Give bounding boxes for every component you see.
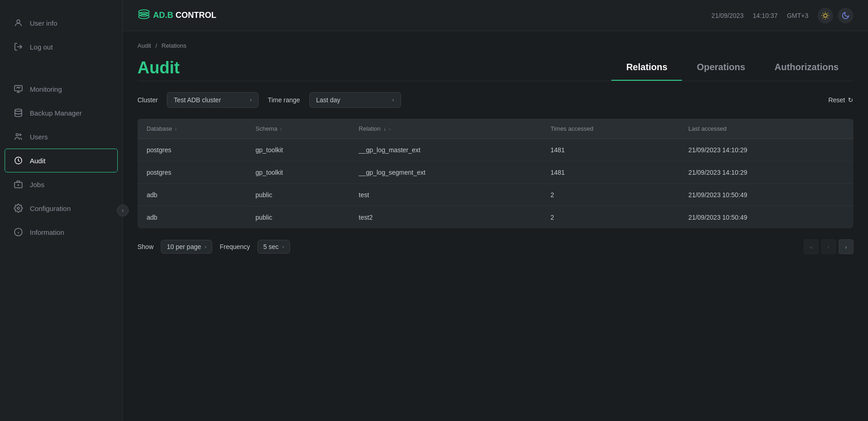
cell-database: postgres — [137, 161, 246, 184]
table-row: postgresgp_toolkit__gp_log_segment_ext14… — [137, 161, 853, 184]
per-page-chevron-icon: › — [205, 244, 207, 249]
jobs-icon — [13, 179, 23, 189]
show-label: Show — [137, 243, 154, 250]
pagination-nav: « ‹ › — [804, 239, 853, 254]
svg-point-17 — [824, 14, 827, 17]
reset-button[interactable]: Reset ↻ — [828, 96, 853, 104]
time-range-label: Time range — [268, 96, 300, 104]
pagination-prev-button[interactable]: ‹ — [821, 239, 836, 254]
topbar-timezone: GMT+3 — [787, 12, 808, 19]
frequency-label: Frequency — [220, 243, 250, 250]
topbar: AD.B CONTROL 21/09/2023 14:10:37 GMT+3 — [123, 0, 868, 31]
sidebar-item-audit[interactable]: Audit — [5, 149, 118, 172]
frequency-value: 5 sec — [264, 243, 279, 250]
cell-relation: __gp_log_master_ext — [350, 139, 541, 161]
cell-last_accessed: 21/09/2023 10:50:49 — [679, 206, 853, 229]
cell-schema: gp_toolkit — [246, 139, 349, 161]
pagination-row: Show 10 per page › Frequency 5 sec › « ‹… — [137, 239, 853, 254]
sidebar-label-monitoring: Monitoring — [30, 85, 62, 93]
frequency-chevron-icon: › — [282, 244, 284, 249]
tabs: Relations Operations Authorizations — [611, 58, 853, 81]
time-range-value: Last day — [316, 96, 341, 104]
tab-operations[interactable]: Operations — [682, 58, 760, 81]
relation-sort-icon[interactable]: ↓ — [384, 126, 386, 132]
cluster-value: Test ADB cluster — [174, 96, 221, 104]
sidebar-item-jobs[interactable]: Jobs — [0, 172, 122, 196]
users-icon — [13, 132, 23, 142]
table-body: postgresgp_toolkit__gp_log_master_ext148… — [137, 139, 853, 229]
theme-toggle-light[interactable] — [818, 8, 833, 23]
configuration-icon — [13, 203, 23, 213]
tab-authorizations[interactable]: Authorizations — [760, 58, 853, 81]
sidebar-label-logout: Log out — [30, 43, 53, 51]
table-row: postgresgp_toolkit__gp_log_master_ext148… — [137, 139, 853, 161]
tab-relations[interactable]: Relations — [611, 58, 682, 81]
col-times-accessed: Times accessed — [541, 119, 679, 139]
filters-row: Cluster Test ADB cluster › Time range La… — [137, 92, 853, 108]
content-area: Audit / Relations Audit Relations Operat… — [123, 31, 868, 421]
per-page-select[interactable]: 10 per page › — [161, 240, 212, 254]
svg-point-0 — [17, 20, 20, 23]
svg-line-20 — [823, 13, 823, 13]
sidebar-item-log-out[interactable]: Log out — [0, 35, 122, 59]
cell-last_accessed: 21/09/2023 10:50:49 — [679, 184, 853, 206]
pagination-next-button[interactable]: › — [839, 239, 853, 254]
sidebar-item-users[interactable]: Users — [0, 125, 122, 149]
per-page-value: 10 per page — [167, 243, 201, 250]
topbar-date: 21/09/2023 — [711, 12, 743, 19]
sidebar-item-monitoring[interactable]: Monitoring — [0, 77, 122, 101]
sidebar-item-user-info[interactable]: User info — [0, 11, 122, 35]
cell-database: adb — [137, 184, 246, 206]
relation-filter-icon[interactable]: › — [389, 126, 391, 132]
database-filter-icon[interactable]: › — [175, 126, 177, 132]
information-icon — [13, 227, 23, 237]
cell-database: postgres — [137, 139, 246, 161]
sidebar-item-backup-manager[interactable]: Backup Manager — [0, 101, 122, 125]
user-icon — [13, 18, 23, 28]
logo: AD.B CONTROL — [137, 8, 216, 23]
sidebar-label-user-info: User info — [30, 19, 57, 27]
sidebar-item-information[interactable]: Information — [0, 220, 122, 244]
sidebar-collapse-button[interactable]: ‹ — [117, 205, 129, 216]
breadcrumb: Audit / Relations — [137, 42, 853, 49]
svg-point-5 — [20, 134, 21, 135]
cell-last_accessed: 21/09/2023 14:10:29 — [679, 139, 853, 161]
logo-text: AD.B CONTROL — [153, 11, 216, 20]
sidebar-label-configuration: Configuration — [30, 205, 71, 212]
cell-times_accessed: 2 — [541, 206, 679, 229]
schema-filter-icon[interactable]: › — [280, 126, 282, 132]
cell-relation: test2 — [350, 206, 541, 229]
reset-icon: ↻ — [848, 96, 853, 104]
cell-relation: __gp_log_segment_ext — [350, 161, 541, 184]
cell-last_accessed: 21/09/2023 14:10:29 — [679, 161, 853, 184]
reset-label: Reset — [828, 96, 845, 104]
cell-schema: public — [246, 184, 349, 206]
topbar-icons — [818, 8, 853, 23]
cell-database: adb — [137, 206, 246, 229]
sidebar-label-jobs: Jobs — [30, 181, 44, 188]
sidebar-item-configuration[interactable]: Configuration — [0, 196, 122, 220]
svg-line-25 — [828, 13, 828, 13]
data-table-container: Database › Schema › Rela — [137, 119, 853, 228]
cell-schema: public — [246, 206, 349, 229]
table-row: adbpublictest2221/09/2023 10:50:49 — [137, 206, 853, 229]
svg-line-24 — [823, 17, 823, 18]
tabs-divider — [137, 81, 853, 81]
svg-line-21 — [828, 17, 828, 18]
svg-rect-2 — [15, 86, 22, 91]
frequency-select[interactable]: 5 sec › — [258, 240, 290, 254]
theme-toggle-dark[interactable] — [838, 8, 853, 23]
sidebar: User info Log out Monitoring Backup Mana… — [0, 0, 123, 421]
cluster-select[interactable]: Test ADB cluster › — [167, 92, 258, 108]
cell-times_accessed: 2 — [541, 184, 679, 206]
col-schema: Schema › — [246, 119, 349, 139]
col-relation: Relation ↓ › — [350, 119, 541, 139]
cluster-label: Cluster — [137, 96, 158, 104]
sidebar-label-backup: Backup Manager — [30, 109, 82, 117]
data-table: Database › Schema › Rela — [137, 119, 853, 228]
topbar-time: 14:10:37 — [753, 12, 778, 19]
sidebar-label-users: Users — [30, 133, 48, 141]
main-content: AD.B CONTROL 21/09/2023 14:10:37 GMT+3 A… — [123, 0, 868, 421]
pagination-first-button[interactable]: « — [804, 239, 819, 254]
time-range-select[interactable]: Last day › — [309, 92, 401, 108]
